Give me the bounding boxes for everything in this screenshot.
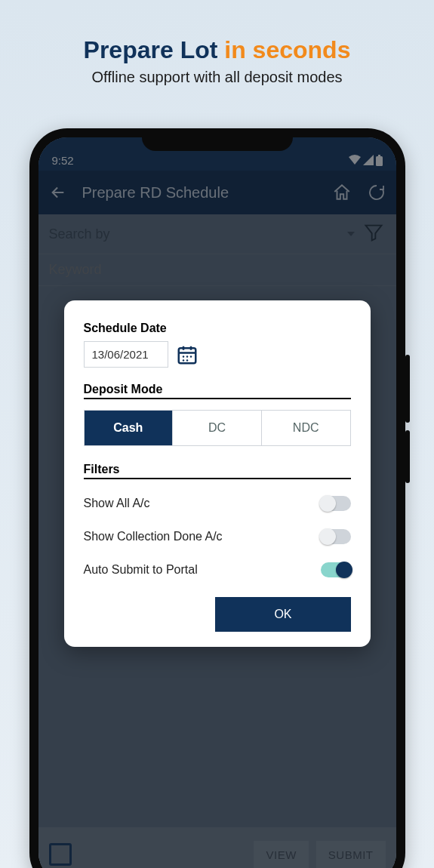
mode-ndc-button[interactable]: NDC	[262, 411, 350, 445]
headline-part-a: Prepare Lot	[84, 36, 225, 63]
toggle-show-all[interactable]	[321, 496, 351, 511]
headline: Prepare Lot in seconds	[0, 36, 434, 64]
keyword-row	[38, 254, 396, 286]
view-button[interactable]: VIEW	[254, 841, 308, 869]
calendar-icon[interactable]	[176, 343, 199, 366]
filters-label: Filters	[84, 463, 351, 476]
svg-point-4	[186, 356, 188, 358]
submit-button[interactable]: SUBMIT	[316, 841, 386, 869]
dialog-actions: OK	[84, 597, 351, 632]
subline: Offline support with all deposit modes	[0, 69, 434, 86]
phone-side-button	[405, 430, 410, 483]
screen: 9:52 Prepare RD Schedule Search by	[38, 137, 396, 868]
home-icon[interactable]	[331, 182, 352, 203]
search-by-row: Search by	[38, 214, 396, 254]
back-icon[interactable]	[48, 182, 69, 203]
svg-point-7	[186, 359, 188, 362]
chevron-down-icon	[346, 229, 356, 239]
mode-dc-button[interactable]: DC	[173, 411, 262, 445]
svg-point-3	[182, 356, 184, 358]
filter-row-auto-submit: Auto Submit to Portal	[84, 553, 351, 586]
divider	[84, 398, 351, 399]
toggle-auto-submit[interactable]	[321, 562, 351, 577]
wifi-icon	[349, 155, 361, 165]
logout-icon[interactable]	[366, 182, 387, 203]
filter-row-show-all: Show All A/c	[84, 487, 351, 520]
schedule-dialog: Schedule Date Deposit Mode Cash DC NDC F…	[64, 300, 371, 647]
toggle-collection-done[interactable]	[321, 529, 351, 544]
phone-side-button	[405, 355, 410, 423]
svg-point-6	[182, 359, 184, 362]
svg-rect-0	[376, 156, 383, 166]
bottom-action-bar: VIEW SUBMIT	[38, 827, 396, 868]
schedule-date-label: Schedule Date	[84, 322, 351, 335]
app-bar-title: Prepare RD Schedule	[82, 184, 318, 202]
headline-part-b: in seconds	[224, 36, 350, 63]
status-time: 9:52	[52, 154, 74, 167]
filters-section: Filters Show All A/c Show Collection Don…	[84, 463, 351, 586]
select-all-checkbox[interactable]	[49, 843, 72, 866]
ok-button[interactable]: OK	[215, 597, 350, 632]
marketing-header: Prepare Lot in seconds Offline support w…	[0, 0, 434, 86]
mode-cash-button[interactable]: Cash	[85, 411, 174, 445]
battery-icon	[376, 155, 383, 166]
svg-rect-1	[378, 155, 380, 156]
schedule-date-input[interactable]	[84, 341, 168, 368]
keyword-input[interactable]	[49, 262, 386, 278]
status-icons	[349, 155, 383, 166]
filter-label: Show Collection Done A/c	[84, 530, 223, 543]
date-row	[84, 341, 351, 368]
signal-icon	[363, 155, 374, 165]
search-by-dropdown[interactable]: Search by	[49, 226, 356, 242]
deposit-mode-segmented: Cash DC NDC	[84, 410, 351, 446]
deposit-mode-label: Deposit Mode	[84, 383, 351, 396]
filter-label: Auto Submit to Portal	[84, 563, 198, 577]
filter-label: Show All A/c	[84, 497, 150, 510]
divider	[84, 478, 351, 479]
phone-frame: 9:52 Prepare RD Schedule Search by	[29, 128, 405, 868]
app-bar: Prepare RD Schedule	[38, 171, 396, 214]
filter-row-collection-done: Show Collection Done A/c	[84, 520, 351, 553]
filter-icon[interactable]	[363, 222, 386, 246]
phone-notch	[142, 130, 293, 151]
search-by-label: Search by	[49, 226, 110, 242]
svg-point-5	[189, 356, 192, 358]
